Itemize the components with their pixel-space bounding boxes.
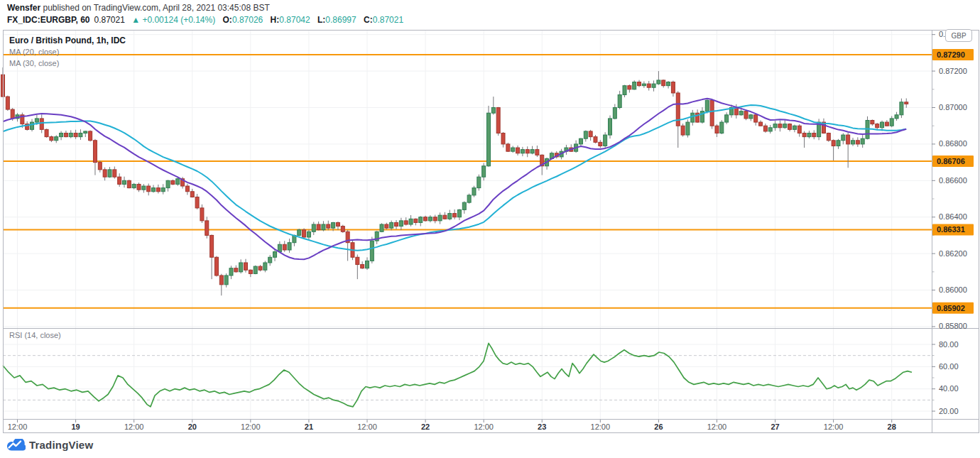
candle [506,144,510,151]
candle [35,119,38,122]
time-tick-label: 21 [305,422,313,431]
candle [705,100,709,111]
candle [710,100,714,126]
time-tick-label: 12:00 [707,422,727,431]
candle [832,141,835,146]
time-axis[interactable]: 12:001912:002012:002112:002212:002312:00… [8,420,896,431]
currency-unit-button[interactable]: GBP [945,29,972,42]
candle [613,107,616,118]
time-tick-label: 22 [421,422,430,431]
rsi-axis[interactable]: 80.0060.0040.0020.00 [932,340,959,415]
candle [768,128,772,131]
candle [599,142,602,146]
candle [234,268,238,272]
candle [487,113,491,166]
candle [219,276,223,285]
candle [428,217,432,221]
rsi-tick-label: 20.00 [939,407,959,415]
candle [249,270,252,273]
candle [763,126,767,131]
candle [526,150,529,153]
candle [254,266,257,273]
candle [618,95,621,108]
candle [438,215,442,221]
candle [356,257,359,264]
candle [190,192,194,197]
candle [521,150,524,153]
candle [535,150,539,156]
candle [137,184,141,190]
candle [205,221,209,236]
candle [307,231,310,237]
candle [807,133,811,136]
candle [812,133,816,136]
candle [108,170,111,177]
candle [55,137,58,141]
candle [424,217,428,221]
price-chart-svg[interactable]: 0.874000.872000.870000.868000.866000.864… [0,0,980,435]
candle [132,184,136,187]
candle [604,135,607,146]
candle [103,170,107,177]
candle [628,86,631,89]
candle [74,133,77,136]
candle [647,84,650,87]
candle [380,224,383,231]
candle [739,111,743,115]
rsi-tick-label: 80.00 [939,340,959,349]
candle [6,97,9,109]
candle [214,257,218,276]
candle [530,150,534,153]
candle [283,244,286,250]
candle [312,224,315,231]
candle [885,122,888,126]
time-tick-label: 12:00 [124,422,144,431]
candle [64,133,67,136]
price-axis[interactable]: 0.874000.872000.870000.868000.866000.864… [932,30,974,330]
candle [457,209,461,217]
candle [123,180,126,184]
candle [113,170,116,177]
candle [477,177,481,187]
candle [40,119,43,129]
price-tick-label: 0.86000 [939,285,967,294]
tradingview-logo-icon [6,439,26,451]
time-tick-label: 12:00 [241,422,261,431]
gridlines-layer [3,30,932,419]
candle [827,133,830,140]
candle [609,119,612,135]
candle [783,124,787,128]
candle [268,257,272,263]
tradingview-logo-text: TradingView [29,439,93,451]
candle [166,180,170,187]
candle [890,119,893,126]
chart-area[interactable]: 0.874000.872000.870000.868000.866000.864… [0,0,980,435]
candle [842,135,845,141]
pane-frame [3,30,979,433]
candle [60,133,63,136]
candle [118,177,121,184]
candle [79,133,82,136]
time-tick-label: 12:00 [357,422,377,431]
time-tick-label: 19 [71,422,80,431]
candle [273,252,277,258]
candle [385,224,388,228]
candle [667,82,670,86]
candle [905,102,908,104]
candle [462,202,466,209]
time-tick-label: 26 [654,422,663,431]
tradingview-logo[interactable]: TradingView [6,439,93,451]
time-tick-label: 12:00 [474,422,494,431]
candle [851,141,855,144]
candle [361,265,364,268]
candle [419,217,423,223]
candle [496,107,500,133]
candle [171,180,175,184]
price-tick-label: 0.87000 [939,103,967,111]
time-tick-label: 20 [188,422,197,431]
candle [516,148,520,153]
candle [623,86,626,95]
candle [749,115,753,119]
candle [720,122,724,133]
candle [633,82,636,89]
